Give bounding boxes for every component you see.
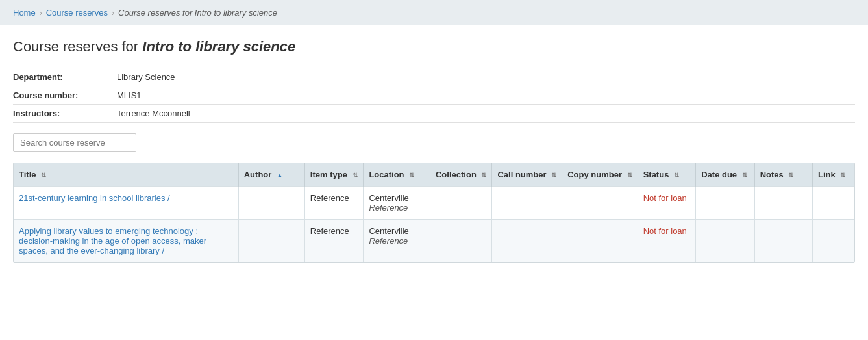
cell-location: CentervilleReference: [364, 187, 430, 220]
table-row: Applying library values to emerging tech…: [14, 220, 854, 263]
col-header-collection[interactable]: Collection ⇅: [430, 163, 491, 187]
col-header-call-number[interactable]: Call number ⇅: [492, 163, 562, 187]
col-header-copy-number[interactable]: Copy number ⇅: [562, 163, 638, 187]
breadcrumb-sep-1: ›: [40, 8, 42, 18]
department-value: Library Science: [117, 72, 175, 82]
status-sort-icon: ⇅: [674, 172, 679, 179]
search-bar: [13, 133, 855, 152]
copy-number-sort-icon: ⇅: [627, 172, 632, 179]
breadcrumb-current: Course reserves for Intro to library sci…: [118, 8, 277, 18]
cell-author: [238, 220, 304, 263]
col-header-title[interactable]: Title ⇅: [14, 163, 238, 187]
cell-status: Not for loan: [638, 220, 696, 263]
cell-status: Not for loan: [638, 187, 696, 220]
location-sort-icon: ⇅: [409, 172, 414, 179]
breadcrumb-sep-2: ›: [112, 8, 114, 18]
department-label: Department:: [13, 72, 117, 82]
col-header-author[interactable]: Author ▲: [238, 163, 304, 187]
department-row: Department: Library Science: [13, 68, 855, 86]
cell-title: 21st-century learning in school librarie…: [14, 187, 238, 220]
col-header-notes[interactable]: Notes ⇅: [754, 163, 812, 187]
page-title: Course reserves for Intro to library sci…: [13, 38, 855, 55]
instructors-value: Terrence Mcconnell: [117, 109, 190, 118]
breadcrumb: Home › Course reserves › Course reserves…: [0, 0, 868, 25]
col-header-item-type[interactable]: Item type ⇅: [304, 163, 364, 187]
cell-item-type: Reference: [304, 220, 364, 263]
table-header-row: Title ⇅ Author ▲ Item type ⇅ Location: [14, 163, 854, 187]
cell-collection: [430, 187, 491, 220]
call-number-sort-icon: ⇅: [551, 172, 556, 179]
title-link[interactable]: 21st-century learning in school librarie…: [19, 193, 170, 203]
status-badge: Not for loan: [643, 226, 687, 236]
cell-notes: [754, 220, 812, 263]
search-input[interactable]: [13, 133, 136, 152]
breadcrumb-home[interactable]: Home: [13, 8, 36, 18]
cell-date-due: [696, 187, 754, 220]
instructors-row: Instructors: Terrence Mcconnell: [13, 105, 855, 123]
cell-location: CentervilleReference: [364, 220, 430, 263]
cell-date-due: [696, 220, 754, 263]
cell-title: Applying library values to emerging tech…: [14, 220, 238, 263]
cell-notes: [754, 187, 812, 220]
cell-copy-number: [562, 187, 638, 220]
cell-item-type: Reference: [304, 187, 364, 220]
status-badge: Not for loan: [643, 193, 687, 203]
course-number-row: Course number: MLIS1: [13, 86, 855, 105]
cell-author: [238, 187, 304, 220]
table-row: 21st-century learning in school librarie…: [14, 187, 854, 220]
course-number-value: MLIS1: [117, 90, 142, 100]
col-header-status[interactable]: Status ⇅: [638, 163, 696, 187]
breadcrumb-course-reserves[interactable]: Course reserves: [46, 8, 108, 18]
date-due-sort-icon: ⇅: [742, 172, 747, 179]
col-header-link[interactable]: Link ⇅: [813, 163, 854, 187]
notes-sort-icon: ⇅: [788, 172, 793, 179]
link-sort-icon: ⇅: [840, 172, 845, 179]
author-sort-icon: ▲: [277, 172, 283, 179]
item-type-sort-icon: ⇅: [353, 172, 358, 179]
cell-link: [813, 187, 854, 220]
cell-call-number: [492, 220, 562, 263]
collection-sort-icon: ⇅: [481, 172, 486, 179]
title-link[interactable]: Applying library values to emerging tech…: [19, 226, 206, 255]
reserves-table: Title ⇅ Author ▲ Item type ⇅ Location: [14, 163, 854, 262]
cell-collection: [430, 220, 491, 263]
col-header-location[interactable]: Location ⇅: [364, 163, 430, 187]
reserves-table-container: Title ⇅ Author ▲ Item type ⇅ Location: [13, 163, 855, 263]
page-wrapper: Home › Course reserves › Course reserves…: [0, 0, 868, 340]
course-info: Department: Library Science Course numbe…: [13, 68, 855, 123]
col-header-date-due[interactable]: Date due ⇅: [696, 163, 754, 187]
course-number-label: Course number:: [13, 90, 117, 100]
title-sort-icon: ⇅: [41, 172, 46, 179]
table-body: 21st-century learning in school librarie…: [14, 187, 854, 263]
content-area: Course reserves for Intro to library sci…: [0, 25, 868, 276]
cell-copy-number: [562, 220, 638, 263]
instructors-label: Instructors:: [13, 109, 117, 118]
cell-call-number: [492, 187, 562, 220]
cell-link: [813, 220, 854, 263]
